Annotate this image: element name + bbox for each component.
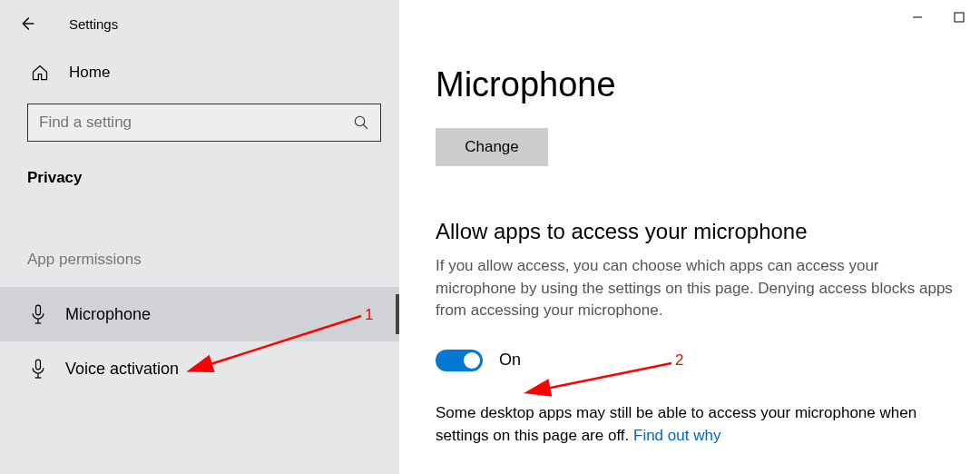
- minimize-icon: [912, 12, 923, 23]
- sidebar-item-voice-activation[interactable]: Voice activation: [0, 341, 399, 396]
- search-icon: [353, 114, 369, 131]
- home-nav[interactable]: Home: [0, 42, 399, 104]
- sidebar-item-label: Microphone: [65, 305, 151, 324]
- find-out-why-link[interactable]: Find out why: [633, 427, 720, 444]
- desktop-apps-note: Some desktop apps may still be able to a…: [436, 402, 962, 447]
- home-icon: [31, 62, 49, 84]
- svg-rect-10: [955, 13, 964, 22]
- maximize-icon: [954, 12, 965, 23]
- svg-line-2: [363, 124, 368, 129]
- section-privacy: Privacy: [0, 142, 399, 187]
- app-title: Settings: [69, 16, 118, 32]
- subsection-app-permissions: App permissions: [0, 187, 399, 287]
- microphone-icon: [29, 303, 47, 325]
- microphone-icon: [29, 358, 47, 380]
- page-title: Microphone: [436, 0, 962, 104]
- sidebar-item-label: Voice activation: [65, 360, 179, 379]
- toggle-knob: [464, 352, 480, 369]
- maximize-button[interactable]: [938, 4, 980, 31]
- allow-apps-toggle[interactable]: [436, 350, 483, 371]
- sidebar: Settings Home Privacy App permissions: [0, 0, 399, 474]
- sidebar-item-microphone[interactable]: Microphone: [0, 287, 399, 341]
- svg-rect-6: [36, 360, 41, 370]
- toggle-row: On: [436, 350, 962, 371]
- toggle-state-label: On: [499, 351, 521, 370]
- allow-apps-description: If you allow access, you can choose whic…: [436, 255, 962, 322]
- arrow-left-icon: [17, 14, 37, 34]
- home-label: Home: [69, 64, 110, 82]
- allow-apps-heading: Allow apps to access your microphone: [436, 219, 962, 244]
- search-input[interactable]: [39, 114, 353, 132]
- window-controls: [897, 4, 980, 31]
- change-button[interactable]: Change: [436, 128, 548, 166]
- titlebar: Settings: [0, 4, 399, 42]
- svg-point-1: [355, 116, 365, 126]
- back-button[interactable]: [7, 11, 47, 36]
- minimize-button[interactable]: [897, 4, 938, 31]
- svg-rect-3: [36, 305, 41, 315]
- search-box[interactable]: [27, 104, 381, 142]
- content-pane: Microphone Change Allow apps to access y…: [399, 0, 980, 474]
